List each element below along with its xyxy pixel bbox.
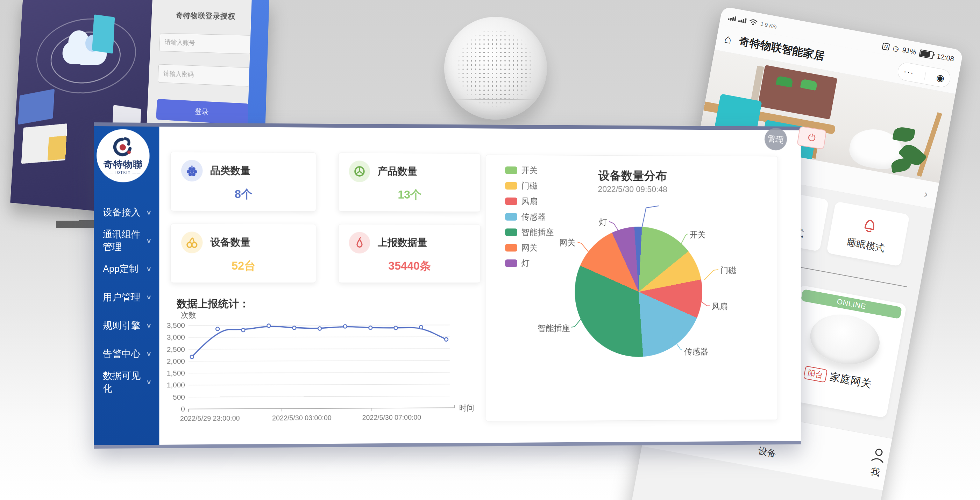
legend-item[interactable]: 智能插座	[505, 227, 554, 238]
mode-label: 睡眠模式	[846, 236, 886, 255]
cherries-icon	[181, 232, 203, 253]
svg-text:3,000: 3,000	[167, 333, 185, 341]
pie-label: 开关	[690, 229, 706, 240]
network-speed: 1.9 K/s	[760, 21, 778, 29]
legend-item[interactable]: 风扇	[505, 196, 554, 207]
username-input[interactable]: 请输入账号	[159, 33, 251, 54]
stat-value: 35440条	[339, 259, 480, 274]
svg-text:2,500: 2,500	[167, 345, 185, 353]
chevron-down-icon: ∨	[146, 209, 151, 216]
tab-me[interactable]: 我	[867, 446, 887, 479]
sidebar-item-rule-engine[interactable]: 规则引擎∨	[94, 311, 159, 340]
legend-item[interactable]: 网关	[505, 242, 554, 254]
svg-text:2022/5/29 23:00:00: 2022/5/29 23:00:00	[180, 414, 240, 422]
svg-text:1,000: 1,000	[167, 381, 185, 389]
legend-label: 智能插座	[522, 227, 554, 238]
menu-label: 通讯组件管理	[103, 228, 146, 253]
legend-item[interactable]: 灯	[505, 258, 554, 269]
sidebar: 奇特物聯 IOTKIT 设备接入∨ 通讯组件管理∨ App定制∨ 用户管理∨ 规…	[94, 126, 159, 445]
logo-subtext: IOTKIT	[105, 171, 141, 175]
online-ribbon: ONLINE	[801, 289, 902, 319]
menu-label: 用户管理	[103, 290, 141, 303]
more-icon[interactable]: ···	[903, 67, 915, 78]
legend-item[interactable]: 开关	[505, 165, 554, 176]
iso-screen	[18, 89, 54, 125]
tab-label: 我	[870, 465, 881, 479]
legend-swatch	[505, 198, 517, 205]
pie-label: 智能插座	[538, 323, 570, 334]
svg-text:0: 0	[181, 405, 185, 413]
login-button[interactable]: 登录	[156, 99, 249, 125]
nfc-icon: N	[882, 43, 890, 51]
svg-text:2022/5/30 07:00:00: 2022/5/30 07:00:00	[362, 413, 421, 421]
pie-label: 门磁	[721, 265, 737, 276]
chevron-down-icon: ∨	[146, 237, 151, 244]
svg-text:3,500: 3,500	[167, 321, 185, 329]
svg-text:500: 500	[173, 393, 185, 401]
speaker-grille	[457, 29, 535, 107]
pie[interactable]	[574, 227, 702, 357]
wifi-icon	[748, 18, 759, 26]
legend-item[interactable]: 门磁	[505, 181, 554, 192]
device-name: 家庭网关	[829, 370, 872, 391]
sidebar-item-data-visual[interactable]: 数据可见化∨	[94, 367, 159, 396]
battery-percent: 91%	[902, 46, 917, 56]
legend-swatch	[505, 228, 517, 236]
room-tag: 阳台	[803, 365, 828, 383]
stat-card-reports: 上报数据量 35440条	[338, 224, 480, 283]
sidebar-item-user-mgmt[interactable]: 用户管理∨	[94, 283, 159, 311]
svg-text:时间: 时间	[459, 403, 474, 412]
gateway-image	[806, 309, 884, 370]
dashboard-main: 品类数量 8个 产品数量 13个 设备数量 52台	[159, 127, 800, 445]
svg-text:2,000: 2,000	[167, 357, 185, 365]
close-circle-icon[interactable]: ◉	[935, 72, 945, 84]
legend-swatch	[505, 182, 517, 189]
sidebar-item-app-custom[interactable]: App定制∨	[94, 254, 159, 283]
pie-label: 网关	[559, 237, 575, 248]
legend-label: 开关	[522, 165, 538, 176]
legend-swatch	[505, 213, 517, 221]
login-title: 奇特物联登录授权	[161, 10, 252, 22]
stat-label: 上报数据量	[378, 236, 427, 250]
menu-label: 规则引擎	[103, 319, 141, 332]
pear-icon	[349, 232, 371, 253]
battery-icon	[919, 49, 934, 59]
sleep-mode-card[interactable]: 睡眠模式	[826, 202, 910, 267]
legend-label: 灯	[522, 258, 530, 269]
status-time: 12:08	[936, 52, 955, 63]
admin-dashboard-window: 奇特物聯 IOTKIT 设备接入∨ 通讯组件管理∨ App定制∨ 用户管理∨ 规…	[94, 122, 801, 445]
bell-icon	[859, 215, 880, 236]
stat-card-categories: 品类数量 8个	[170, 152, 316, 211]
legend-swatch	[505, 259, 517, 267]
home-icon[interactable]: ⌂	[723, 32, 733, 46]
menu-label: 设备接入	[103, 206, 141, 219]
logo-text: 奇特物聯	[103, 158, 143, 171]
speaker-seam	[454, 99, 536, 100]
legend-item[interactable]: 传感器	[505, 211, 554, 222]
legend-label: 传感器	[522, 211, 546, 222]
sidebar-item-comm-components[interactable]: 通讯组件管理∨	[94, 226, 159, 254]
legend-label: 网关	[522, 242, 538, 254]
pie-label: 灯	[599, 217, 607, 228]
legend-label: 风扇	[522, 196, 538, 207]
stat-card-products: 产品数量 13个	[338, 152, 480, 212]
logo: 奇特物聯 IOTKIT	[97, 129, 150, 183]
chevron-down-icon: ∨	[146, 378, 151, 386]
svg-text:2022/5/30 03:00:00: 2022/5/30 03:00:00	[272, 414, 332, 422]
menu-label: 告警中心	[103, 347, 141, 360]
stat-card-devices: 设备数量 52台	[170, 224, 316, 283]
lime-icon	[349, 160, 371, 182]
password-input[interactable]: 请输入密码	[158, 64, 250, 86]
chevron-down-icon: ∨	[146, 294, 151, 301]
stat-value: 8个	[171, 186, 316, 202]
tab-label: 设备	[757, 444, 777, 460]
stat-label: 产品数量	[378, 165, 417, 179]
power-button[interactable]: ⏻	[797, 126, 827, 150]
chevron-down-icon: ∨	[146, 265, 151, 272]
smart-speaker-device	[444, 17, 547, 119]
pie-label: 传感器	[684, 346, 708, 357]
sidebar-item-alarm-center[interactable]: 告警中心∨	[94, 340, 159, 368]
iso-panel	[92, 14, 115, 54]
sidebar-item-device-access[interactable]: 设备接入∨	[94, 198, 159, 226]
line-chart: 05001,0001,5002,0002,5003,0003,500次数时间20…	[164, 308, 474, 429]
